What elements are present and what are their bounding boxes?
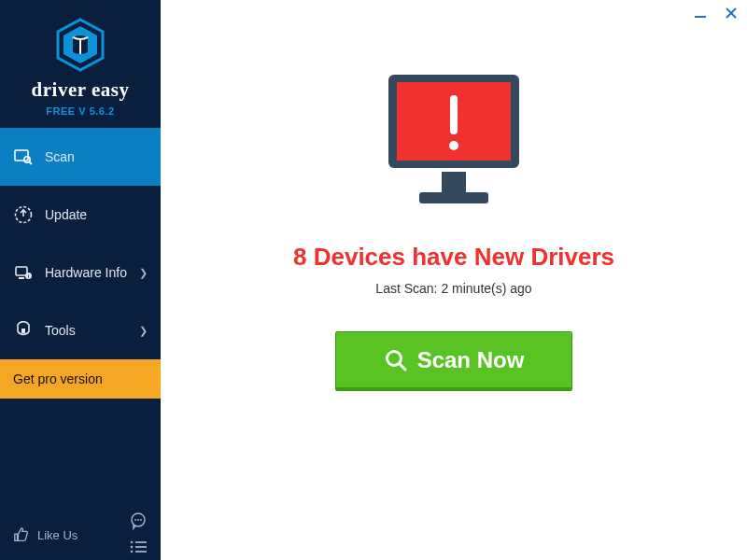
close-button[interactable] <box>725 6 738 23</box>
scan-now-label: Scan Now <box>417 347 525 373</box>
get-pro-label: Get pro version <box>13 371 103 386</box>
feedback-button[interactable] <box>129 511 148 534</box>
svg-rect-28 <box>419 192 488 203</box>
like-us-button[interactable]: Like Us <box>13 526 78 543</box>
monitor-illustration <box>374 67 533 220</box>
tools-icon <box>13 321 34 340</box>
scan-icon <box>13 147 34 166</box>
chevron-right-icon: ❯ <box>139 325 148 337</box>
last-scan-text: Last Scan: 2 minute(s) ago <box>375 281 531 296</box>
nav-item-label: Scan <box>45 149 75 164</box>
svg-line-5 <box>29 161 32 164</box>
svg-point-14 <box>137 519 139 521</box>
sidebar-bottom: Like Us <box>0 510 161 560</box>
svg-rect-27 <box>442 172 466 192</box>
svg-rect-11 <box>21 329 25 333</box>
nav-item-label: Hardware Info <box>45 265 127 280</box>
minimize-icon <box>693 6 708 21</box>
svg-point-30 <box>449 141 458 150</box>
nav-item-tools[interactable]: Tools ❯ <box>0 301 161 359</box>
nav-item-label: Update <box>45 207 87 222</box>
update-icon <box>13 205 34 224</box>
list-icon <box>129 539 148 554</box>
nav-item-label: Tools <box>45 323 76 338</box>
like-us-label: Like Us <box>37 528 78 542</box>
svg-rect-3 <box>15 150 28 161</box>
scan-now-button[interactable]: Scan Now <box>335 331 572 391</box>
svg-rect-8 <box>19 277 24 279</box>
speech-bubble-icon <box>129 511 148 530</box>
version-label: FREE V 5.6.2 <box>0 105 161 117</box>
svg-rect-7 <box>16 267 27 275</box>
minimize-button[interactable] <box>693 6 708 23</box>
menu-button[interactable] <box>129 539 148 558</box>
nav-list: Scan Update i Hardware Info ❯ Tools <box>0 128 161 359</box>
nav-item-update[interactable]: Update <box>0 186 161 244</box>
svg-point-13 <box>134 519 136 521</box>
chevron-right-icon: ❯ <box>139 267 148 279</box>
logo-area: driver easy FREE V 5.6.2 <box>0 0 161 128</box>
svg-point-18 <box>131 546 134 549</box>
svg-point-16 <box>131 541 134 544</box>
svg-point-15 <box>140 519 142 521</box>
hardware-info-icon: i <box>13 263 34 282</box>
logo-icon <box>52 17 108 73</box>
svg-line-32 <box>400 364 405 370</box>
nav-item-scan[interactable]: Scan <box>0 128 161 186</box>
get-pro-button[interactable]: Get pro version <box>0 359 161 399</box>
svg-point-20 <box>131 551 134 553</box>
window-controls <box>693 6 738 23</box>
svg-point-4 <box>24 157 30 162</box>
monitor-alert-icon <box>374 67 533 217</box>
sidebar: driver easy FREE V 5.6.2 Scan Update i <box>0 0 161 560</box>
close-icon <box>725 7 738 20</box>
main-content: 8 Devices have New Drivers Last Scan: 2 … <box>161 0 747 560</box>
nav-item-hardware[interactable]: i Hardware Info ❯ <box>0 244 161 301</box>
status-headline: 8 Devices have New Drivers <box>293 243 614 272</box>
search-icon <box>384 348 408 372</box>
brand-name: driver easy <box>0 78 161 102</box>
thumbs-up-icon <box>13 526 30 543</box>
